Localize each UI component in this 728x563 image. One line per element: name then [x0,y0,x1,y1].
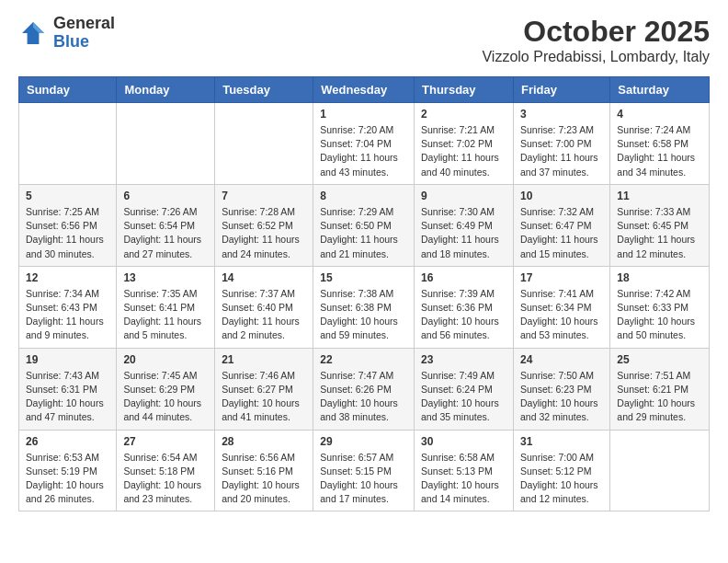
calendar-cell: 3Sunrise: 7:23 AM Sunset: 7:00 PM Daylig… [513,103,609,185]
location-title: Vizzolo Predabissi, Lombardy, Italy [482,49,710,65]
calendar-cell: 19Sunrise: 7:43 AM Sunset: 6:31 PM Dayli… [19,348,117,430]
calendar-cell: 28Sunrise: 6:56 AM Sunset: 5:16 PM Dayli… [215,430,313,511]
day-number: 7 [222,190,306,202]
day-info: Sunrise: 7:26 AM Sunset: 6:54 PM Dayligh… [123,205,208,261]
day-number: 29 [320,435,407,448]
calendar-cell: 11Sunrise: 7:33 AM Sunset: 6:45 PM Dayli… [610,184,710,266]
day-info: Sunrise: 7:30 AM Sunset: 6:49 PM Dayligh… [421,205,506,261]
day-info: Sunrise: 7:29 AM Sunset: 6:50 PM Dayligh… [320,205,407,261]
day-number: 18 [617,271,702,284]
calendar-cell: 12Sunrise: 7:34 AM Sunset: 6:43 PM Dayli… [19,266,117,348]
calendar-week-row: 5Sunrise: 7:25 AM Sunset: 6:56 PM Daylig… [19,184,710,266]
day-number: 21 [222,353,306,366]
day-info: Sunrise: 7:51 AM Sunset: 6:21 PM Dayligh… [617,369,702,425]
day-info: Sunrise: 6:54 AM Sunset: 5:18 PM Dayligh… [123,451,208,507]
calendar-cell: 2Sunrise: 7:21 AM Sunset: 7:02 PM Daylig… [415,103,514,185]
day-info: Sunrise: 7:32 AM Sunset: 6:47 PM Dayligh… [520,205,603,261]
calendar-week-row: 19Sunrise: 7:43 AM Sunset: 6:31 PM Dayli… [19,348,710,430]
day-info: Sunrise: 7:42 AM Sunset: 6:33 PM Dayligh… [617,287,702,343]
day-number: 10 [520,190,603,202]
day-info: Sunrise: 7:37 AM Sunset: 6:40 PM Dayligh… [222,287,306,343]
day-info: Sunrise: 6:53 AM Sunset: 5:19 PM Dayligh… [26,451,109,507]
calendar-cell: 26Sunrise: 6:53 AM Sunset: 5:19 PM Dayli… [19,430,117,511]
day-info: Sunrise: 6:57 AM Sunset: 5:15 PM Dayligh… [320,451,407,507]
calendar-cell: 21Sunrise: 7:46 AM Sunset: 6:27 PM Dayli… [215,348,313,430]
weekday-header-monday: Monday [117,77,215,103]
day-number: 20 [123,353,208,366]
calendar-cell: 8Sunrise: 7:29 AM Sunset: 6:50 PM Daylig… [313,184,415,266]
month-title: October 2025 [482,15,710,49]
calendar-cell [19,103,117,185]
day-number: 15 [320,271,407,284]
day-number: 24 [520,353,603,366]
logo: General Blue [18,15,115,52]
calendar-cell: 20Sunrise: 7:45 AM Sunset: 6:29 PM Dayli… [117,348,215,430]
calendar-cell: 31Sunrise: 7:00 AM Sunset: 5:12 PM Dayli… [513,430,609,511]
day-info: Sunrise: 7:43 AM Sunset: 6:31 PM Dayligh… [26,369,109,425]
calendar-cell: 24Sunrise: 7:50 AM Sunset: 6:23 PM Dayli… [513,348,609,430]
calendar-cell: 14Sunrise: 7:37 AM Sunset: 6:40 PM Dayli… [215,266,313,348]
calendar-cell: 6Sunrise: 7:26 AM Sunset: 6:54 PM Daylig… [117,184,215,266]
calendar-cell [610,430,710,511]
day-info: Sunrise: 7:24 AM Sunset: 6:58 PM Dayligh… [617,123,702,179]
calendar-cell: 27Sunrise: 6:54 AM Sunset: 5:18 PM Dayli… [117,430,215,511]
calendar-cell [215,103,313,185]
calendar-cell: 7Sunrise: 7:28 AM Sunset: 6:52 PM Daylig… [215,184,313,266]
day-number: 27 [123,435,208,448]
day-number: 11 [617,190,702,202]
day-number: 22 [320,353,407,366]
calendar-cell: 10Sunrise: 7:32 AM Sunset: 6:47 PM Dayli… [513,184,609,266]
calendar-cell: 29Sunrise: 6:57 AM Sunset: 5:15 PM Dayli… [313,430,415,511]
calendar-cell: 23Sunrise: 7:49 AM Sunset: 6:24 PM Dayli… [415,348,514,430]
calendar-week-row: 1Sunrise: 7:20 AM Sunset: 7:04 PM Daylig… [19,103,710,185]
day-number: 6 [123,190,208,202]
calendar-header-row: SundayMondayTuesdayWednesdayThursdayFrid… [19,77,710,103]
day-number: 3 [520,108,603,121]
calendar-cell: 22Sunrise: 7:47 AM Sunset: 6:26 PM Dayli… [313,348,415,430]
day-number: 23 [421,353,506,366]
day-info: Sunrise: 7:20 AM Sunset: 7:04 PM Dayligh… [320,123,407,179]
calendar-cell: 1Sunrise: 7:20 AM Sunset: 7:04 PM Daylig… [313,103,415,185]
day-info: Sunrise: 7:28 AM Sunset: 6:52 PM Dayligh… [222,205,306,261]
day-number: 12 [26,271,109,284]
calendar-cell: 17Sunrise: 7:41 AM Sunset: 6:34 PM Dayli… [513,266,609,348]
day-info: Sunrise: 7:33 AM Sunset: 6:45 PM Dayligh… [617,205,702,261]
day-info: Sunrise: 7:35 AM Sunset: 6:41 PM Dayligh… [123,287,208,343]
day-info: Sunrise: 7:38 AM Sunset: 6:38 PM Dayligh… [320,287,407,343]
day-info: Sunrise: 7:47 AM Sunset: 6:26 PM Dayligh… [320,369,407,425]
day-info: Sunrise: 7:41 AM Sunset: 6:34 PM Dayligh… [520,287,603,343]
day-info: Sunrise: 7:46 AM Sunset: 6:27 PM Dayligh… [222,369,306,425]
day-number: 16 [421,271,506,284]
day-info: Sunrise: 7:39 AM Sunset: 6:36 PM Dayligh… [421,287,506,343]
weekday-header-sunday: Sunday [19,77,117,103]
calendar-cell: 18Sunrise: 7:42 AM Sunset: 6:33 PM Dayli… [610,266,710,348]
calendar-cell: 5Sunrise: 7:25 AM Sunset: 6:56 PM Daylig… [19,184,117,266]
title-area: October 2025 Vizzolo Predabissi, Lombard… [482,15,710,65]
day-info: Sunrise: 7:50 AM Sunset: 6:23 PM Dayligh… [520,369,603,425]
weekday-header-friday: Friday [513,77,609,103]
day-number: 4 [617,108,702,121]
day-number: 30 [421,435,506,448]
logo-blue: Blue [53,33,115,52]
day-number: 25 [617,353,702,366]
page: General Blue October 2025 Vizzolo Predab… [0,0,728,526]
day-info: Sunrise: 7:34 AM Sunset: 6:43 PM Dayligh… [26,287,109,343]
day-number: 1 [320,108,407,121]
day-number: 8 [320,190,407,202]
calendar-cell: 9Sunrise: 7:30 AM Sunset: 6:49 PM Daylig… [415,184,514,266]
calendar-week-row: 26Sunrise: 6:53 AM Sunset: 5:19 PM Dayli… [19,430,710,511]
day-number: 2 [421,108,506,121]
logo-general: General [53,15,115,33]
day-info: Sunrise: 7:23 AM Sunset: 7:00 PM Dayligh… [520,123,603,179]
day-number: 13 [123,271,208,284]
day-info: Sunrise: 7:00 AM Sunset: 5:12 PM Dayligh… [520,451,603,507]
day-info: Sunrise: 7:45 AM Sunset: 6:29 PM Dayligh… [123,369,208,425]
day-number: 17 [520,271,603,284]
day-info: Sunrise: 7:25 AM Sunset: 6:56 PM Dayligh… [26,205,109,261]
day-number: 14 [222,271,306,284]
day-number: 9 [421,190,506,202]
day-number: 19 [26,353,109,366]
weekday-header-saturday: Saturday [610,77,710,103]
day-number: 26 [26,435,109,448]
calendar-week-row: 12Sunrise: 7:34 AM Sunset: 6:43 PM Dayli… [19,266,710,348]
